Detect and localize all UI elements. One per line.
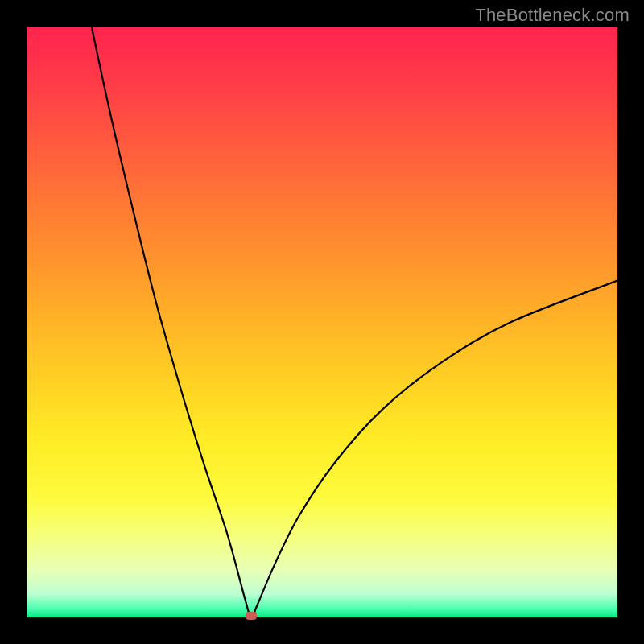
plot-area [27, 27, 617, 617]
minimum-marker [246, 612, 257, 620]
bottleneck-curve [27, 27, 617, 617]
chart-frame: TheBottleneck.com [0, 0, 644, 644]
watermark-text: TheBottleneck.com [475, 5, 630, 26]
